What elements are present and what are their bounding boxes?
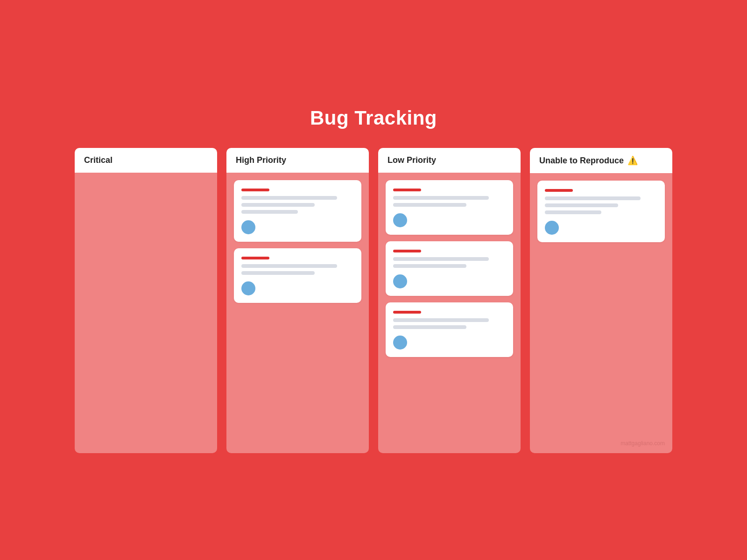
card-lp-2[interactable]	[386, 241, 513, 296]
card-title-bar	[545, 189, 573, 192]
column-header-low-priority: Low Priority	[378, 148, 521, 173]
card-line	[241, 210, 298, 214]
column-title-low-priority: Low Priority	[388, 155, 436, 165]
column-header-high-priority: High Priority	[226, 148, 369, 173]
avatar	[393, 274, 407, 288]
column-critical: Critical	[75, 148, 217, 453]
card-line	[393, 196, 489, 200]
card-line	[545, 203, 618, 207]
column-header-unable-to-reproduce: Unable to Reproduce ⚠️	[530, 148, 672, 173]
card-line	[545, 210, 601, 214]
card-line	[393, 318, 489, 322]
card-line	[393, 257, 489, 261]
card-line	[393, 203, 466, 207]
card-title-bar	[241, 189, 269, 191]
column-body-unable-to-reproduce: mattgagliano.com	[530, 173, 672, 453]
column-title-critical: Critical	[84, 155, 113, 165]
page-title: Bug Tracking	[310, 107, 437, 129]
card-hp-2[interactable]	[234, 248, 361, 303]
avatar	[241, 220, 255, 234]
column-body-critical	[75, 173, 217, 453]
card-lines	[393, 318, 506, 329]
avatar	[241, 281, 255, 295]
column-body-high-priority	[226, 173, 369, 453]
card-lines	[241, 196, 354, 214]
card-line	[545, 196, 641, 200]
card-lines	[393, 257, 506, 268]
card-line	[241, 271, 315, 275]
column-high-priority: High Priority	[226, 148, 369, 453]
warning-icon: ⚠️	[627, 155, 638, 166]
kanban-board: Critical High Priority	[75, 148, 672, 453]
card-lines	[545, 196, 657, 214]
card-line	[241, 196, 337, 200]
card-lp-1[interactable]	[386, 180, 513, 235]
card-line	[393, 264, 466, 268]
card-title-bar	[393, 189, 421, 191]
card-line	[393, 325, 466, 329]
avatar	[393, 213, 407, 227]
card-lines	[241, 264, 354, 275]
card-utr-1[interactable]	[537, 181, 665, 242]
card-title-bar	[393, 250, 421, 252]
column-unable-to-reproduce: Unable to Reproduce ⚠️ mattgagliano.com	[530, 148, 672, 453]
column-header-critical: Critical	[75, 148, 217, 173]
card-lines	[393, 196, 506, 207]
card-line	[241, 264, 337, 268]
column-low-priority: Low Priority	[378, 148, 521, 453]
card-lp-3[interactable]	[386, 302, 513, 357]
column-title-unable-to-reproduce: Unable to Reproduce	[539, 156, 624, 166]
avatar	[393, 336, 407, 350]
card-line	[241, 203, 315, 207]
column-title-high-priority: High Priority	[236, 155, 286, 165]
card-title-bar	[241, 257, 269, 259]
avatar	[545, 221, 559, 235]
card-title-bar	[393, 311, 421, 314]
column-body-low-priority	[378, 173, 521, 453]
watermark: mattgagliano.com	[620, 440, 665, 447]
card-hp-1[interactable]	[234, 180, 361, 242]
